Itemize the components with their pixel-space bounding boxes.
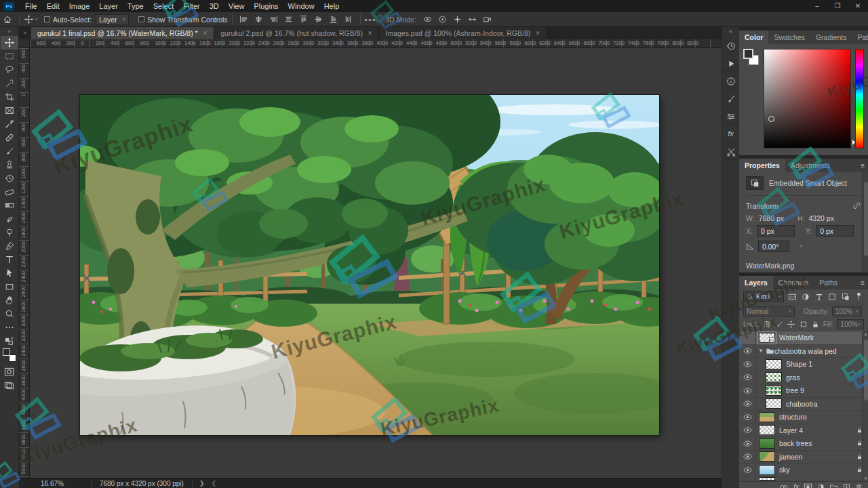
layer-row-structure[interactable]: structure bbox=[739, 411, 868, 424]
history-brush-tool[interactable] bbox=[1, 171, 18, 185]
lock-transparency-icon[interactable] bbox=[763, 319, 772, 330]
distribute-v-icon[interactable] bbox=[341, 13, 356, 26]
filter-pixel-layers-icon[interactable] bbox=[787, 291, 797, 302]
properties-tab-properties[interactable]: Properties bbox=[739, 159, 785, 172]
visibility-toggle[interactable] bbox=[739, 345, 756, 358]
document-info[interactable]: 7680 px x 4320 px (300 ppi) bbox=[91, 479, 193, 488]
y-input[interactable]: 0 px bbox=[816, 225, 854, 237]
visibility-toggle[interactable] bbox=[739, 398, 756, 411]
close-button[interactable]: ✕ bbox=[848, 0, 868, 12]
menu-layer[interactable]: Layer bbox=[94, 0, 123, 12]
color-picker-circle[interactable] bbox=[768, 116, 774, 122]
layer-name[interactable]: Layer 4 bbox=[779, 426, 803, 434]
edit-toolbar[interactable] bbox=[1, 321, 18, 334]
zoom-tool[interactable] bbox=[1, 307, 18, 321]
color-tab-gradients[interactable]: Gradients bbox=[810, 30, 852, 44]
layer-name[interactable]: back trees bbox=[779, 439, 812, 447]
shape-tool[interactable] bbox=[1, 280, 18, 293]
menu-plugins[interactable]: Plugins bbox=[249, 0, 283, 12]
link-layers-icon[interactable] bbox=[779, 484, 789, 488]
visibility-toggle[interactable] bbox=[739, 464, 756, 476]
filter-type-layers-icon[interactable] bbox=[814, 291, 824, 302]
hue-slider[interactable] bbox=[855, 49, 864, 148]
align-right-icon[interactable] bbox=[267, 13, 281, 26]
layer-thumbnail[interactable] bbox=[759, 412, 775, 422]
auto-select-target-dropdown[interactable]: Layer˅ bbox=[96, 14, 129, 25]
color-tab-patterns[interactable]: Patterns bbox=[852, 30, 868, 44]
close-tab-icon[interactable]: ✕ bbox=[535, 30, 540, 37]
layer-row-watermark[interactable]: ◱WaterMark bbox=[739, 331, 868, 345]
layers-menu-icon[interactable]: ≡ bbox=[861, 279, 865, 287]
panel-color-swatches[interactable] bbox=[743, 49, 760, 148]
visibility-toggle[interactable] bbox=[739, 371, 756, 384]
lock-artboard-icon[interactable] bbox=[799, 319, 808, 330]
menu-help[interactable]: Help bbox=[319, 0, 344, 12]
hue-slider-handle[interactable] bbox=[852, 140, 858, 145]
3d-camera-icon[interactable] bbox=[480, 13, 495, 26]
marquee-tool[interactable] bbox=[1, 49, 18, 63]
quick-selection-tool[interactable] bbox=[1, 77, 18, 90]
eraser-tool[interactable] bbox=[1, 185, 18, 199]
delete-layer-icon[interactable] bbox=[855, 483, 863, 488]
layer-name[interactable]: sky bbox=[779, 466, 790, 474]
layer-row-jameen[interactable]: jameen bbox=[739, 451, 868, 464]
menu-type[interactable]: Type bbox=[123, 0, 149, 12]
more-options-icon[interactable]: ••• bbox=[365, 16, 377, 24]
close-tab-icon[interactable]: ✕ bbox=[368, 30, 373, 37]
history-icon[interactable] bbox=[723, 38, 739, 54]
visibility-toggle[interactable] bbox=[739, 331, 756, 344]
document-tab-3[interactable]: Images.psd @ 100% (Ashram-Indoor, RGB/8)… bbox=[379, 27, 547, 39]
layer-thumbnail[interactable] bbox=[759, 425, 775, 435]
3d-pan-icon[interactable] bbox=[450, 13, 465, 26]
properties-scrollbar[interactable] bbox=[862, 172, 868, 272]
smudge-tool[interactable] bbox=[1, 212, 18, 226]
lock-pixels-icon[interactable] bbox=[775, 319, 784, 330]
layer-row-shape-1[interactable]: Shape 1 bbox=[739, 358, 868, 371]
layers-tab-layers[interactable]: Layers bbox=[739, 276, 773, 289]
layer-style-icon[interactable]: fx bbox=[793, 483, 799, 488]
visibility-toggle[interactable] bbox=[739, 451, 756, 464]
info-icon[interactable] bbox=[723, 73, 739, 89]
type-tool[interactable] bbox=[1, 253, 18, 266]
visibility-toggle[interactable] bbox=[739, 384, 756, 397]
toolbar-expand-icon[interactable]: » bbox=[0, 28, 18, 36]
menu-3d[interactable]: 3D bbox=[205, 0, 224, 12]
document-tab-1[interactable]: gurukul 1 final.psd @ 16.7% (WaterMark, … bbox=[31, 27, 214, 39]
layer-row-back-trees[interactable]: back trees bbox=[739, 437, 868, 451]
clone-stamp-tool[interactable] bbox=[1, 158, 18, 171]
layer-filter-kind-dropdown[interactable]: Kind˅ bbox=[743, 291, 784, 302]
layers-tab-paths[interactable]: Paths bbox=[814, 276, 843, 289]
styles-icon[interactable]: fx bbox=[723, 126, 739, 142]
layer-name[interactable]: chabootra wala ped bbox=[774, 347, 837, 355]
pen-tool[interactable] bbox=[1, 239, 18, 253]
visibility-toggle[interactable] bbox=[739, 424, 756, 437]
tab-overflow-icon[interactable]: » bbox=[19, 27, 31, 39]
layer-name[interactable]: jameen bbox=[779, 453, 802, 461]
crop-tool[interactable] bbox=[1, 90, 18, 104]
width-value[interactable]: 7680 px bbox=[759, 214, 784, 222]
lock-all-icon[interactable] bbox=[811, 319, 820, 330]
lock-position-icon[interactable] bbox=[787, 319, 795, 330]
brush-tool[interactable] bbox=[1, 144, 18, 158]
layers-tab-channels[interactable]: Channels bbox=[773, 276, 814, 289]
document-tab-2[interactable]: gurukul 2.psd @ 16.7% (hut shadow, RGB/8… bbox=[214, 27, 379, 39]
filter-smart-objects-icon[interactable] bbox=[841, 291, 851, 302]
move-tool-icon[interactable]: ˅ bbox=[24, 13, 39, 26]
vertical-ruler[interactable]: 6004002000200400600800100012001400160018… bbox=[19, 48, 30, 478]
blend-mode-dropdown[interactable]: Normal˅ bbox=[743, 306, 795, 317]
frame-tool[interactable] bbox=[1, 104, 18, 117]
layer-thumbnail[interactable]: ◱ bbox=[759, 333, 775, 343]
height-value[interactable]: 4320 px bbox=[809, 214, 834, 222]
align-left-icon[interactable] bbox=[237, 13, 252, 26]
layer-thumbnail[interactable] bbox=[766, 372, 782, 382]
eyedropper-tool[interactable] bbox=[1, 117, 18, 131]
layer-thumbnail[interactable] bbox=[759, 439, 775, 449]
layer-row-layer-4[interactable]: Layer 4 bbox=[739, 424, 868, 438]
home-icon[interactable] bbox=[0, 13, 15, 26]
layer-thumbnail[interactable] bbox=[766, 386, 782, 396]
filter-shape-layers-icon[interactable] bbox=[827, 291, 837, 302]
layer-name[interactable]: chabootra bbox=[786, 400, 818, 408]
visibility-toggle[interactable] bbox=[739, 437, 756, 450]
close-tab-icon[interactable]: ✕ bbox=[203, 30, 208, 37]
layer-name[interactable]: Shape 1 bbox=[786, 360, 812, 368]
